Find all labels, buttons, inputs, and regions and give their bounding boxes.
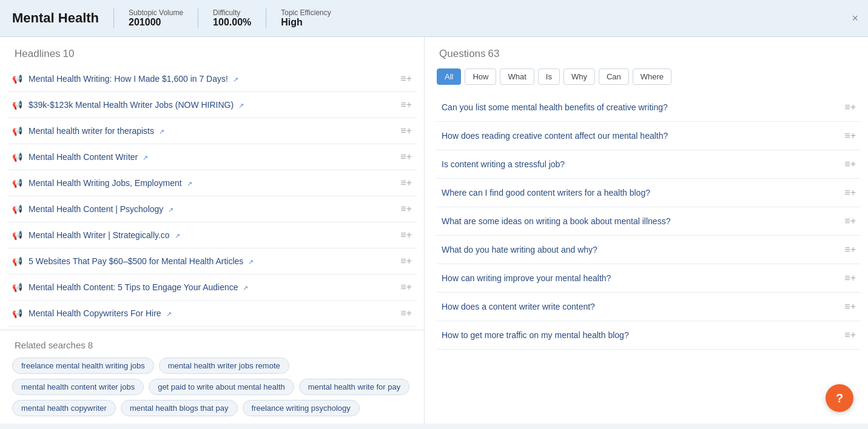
question-item[interactable]: Can you list some mental health benefits… — [437, 93, 861, 122]
question-item[interactable]: How does reading creative content affect… — [437, 122, 861, 150]
headline-text: Mental health writer for therapists ↗ — [29, 126, 164, 136]
related-searches-section: Related searches8 freelance mental healt… — [0, 330, 424, 424]
list-options-icon[interactable]: ≡+ — [400, 73, 412, 84]
related-search-tag[interactable]: mental health blogs that pay — [121, 400, 238, 416]
megaphone-icon: 📢 — [12, 308, 22, 318]
main-content: Headlines10 📢 Mental Health Writing: How… — [0, 37, 868, 424]
question-item[interactable]: Is content writing a stressful job? ≡+ — [437, 150, 861, 179]
questions-list: Can you list some mental health benefits… — [425, 93, 868, 424]
list-item[interactable]: 📢 Mental health writer for therapists ↗ … — [7, 118, 417, 144]
question-text: How does a content writer write content? — [442, 302, 844, 311]
question-item[interactable]: How does a content writer write content?… — [437, 293, 861, 321]
question-text: How to get more traffic on my mental hea… — [442, 330, 844, 340]
filter-tab-all[interactable]: All — [437, 68, 461, 85]
question-item[interactable]: Where can I find good content writers fo… — [437, 179, 861, 207]
question-options-icon[interactable]: ≡+ — [844, 216, 856, 227]
megaphone-icon: 📢 — [12, 178, 22, 188]
list-item[interactable]: 📢 Mental Health Content | Psychology ↗ ≡… — [7, 196, 417, 222]
close-button[interactable]: × — [852, 12, 858, 25]
related-search-tag[interactable]: mental health write for pay — [299, 379, 409, 395]
list-item[interactable]: 📢 Mental Health Content Writer ↗ ≡+ — [7, 144, 417, 170]
list-options-icon[interactable]: ≡+ — [400, 151, 412, 162]
list-item[interactable]: 📢 Mental Health Writer | Strategically.c… — [7, 222, 417, 248]
list-options-icon[interactable]: ≡+ — [400, 125, 412, 136]
filter-tab-where[interactable]: Where — [633, 68, 671, 85]
question-options-icon[interactable]: ≡+ — [844, 330, 856, 341]
questions-header: Questions63 — [425, 37, 868, 66]
filter-tab-can[interactable]: Can — [599, 68, 629, 85]
filter-tab-how[interactable]: How — [465, 68, 496, 85]
question-item[interactable]: What do you hate writing about and why? … — [437, 236, 861, 264]
difficulty-value: 100.00% — [213, 17, 251, 27]
list-options-icon[interactable]: ≡+ — [400, 99, 412, 110]
question-item[interactable]: What are some ideas on writing a book ab… — [437, 207, 861, 236]
question-options-icon[interactable]: ≡+ — [844, 273, 856, 284]
megaphone-icon: 📢 — [12, 126, 22, 136]
filter-tab-is[interactable]: Is — [538, 68, 560, 85]
question-options-icon[interactable]: ≡+ — [844, 187, 856, 198]
question-options-icon[interactable]: ≡+ — [844, 130, 856, 141]
megaphone-icon: 📢 — [12, 152, 22, 162]
right-panel: Questions63 AllHowWhatIsWhyCanWhere Can … — [425, 37, 868, 424]
external-link-icon: ↗ — [243, 284, 248, 291]
related-search-tag[interactable]: freelance writing psychology — [243, 400, 360, 416]
external-link-icon: ↗ — [175, 232, 180, 239]
list-options-icon[interactable]: ≡+ — [400, 230, 412, 241]
question-text: Can you list some mental health benefits… — [442, 102, 844, 112]
subtopic-volume-value: 201000 — [129, 17, 161, 27]
filter-tabs: AllHowWhatIsWhyCanWhere — [425, 66, 868, 93]
related-search-tag[interactable]: mental health content writer jobs — [12, 379, 144, 395]
headline-text: 5 Websites That Pay $60–$500 for Mental … — [29, 256, 254, 266]
tags-container: freelance mental health writing jobsment… — [12, 358, 412, 416]
headlines-header: Headlines10 — [0, 37, 424, 66]
headlines-list: 📢 Mental Health Writing: How I Made $1,6… — [0, 66, 424, 330]
topic-efficiency-stat: Topic Efficiency High — [266, 8, 345, 28]
question-text: How does reading creative content affect… — [442, 131, 844, 141]
help-button[interactable]: ? — [826, 384, 853, 412]
list-options-icon[interactable]: ≡+ — [400, 282, 412, 293]
question-text: Where can I find good content writers fo… — [442, 188, 844, 198]
list-item[interactable]: 📢 $39k-$123k Mental Health Writer Jobs (… — [7, 92, 417, 118]
related-search-tag[interactable]: mental health writer jobs remote — [159, 358, 289, 374]
filter-tab-why[interactable]: Why — [564, 68, 595, 85]
external-link-icon: ↗ — [166, 310, 172, 318]
question-text: Is content writing a stressful job? — [442, 159, 844, 169]
list-item[interactable]: 📢 Mental Health Writing: How I Made $1,6… — [7, 66, 417, 92]
filter-tab-what[interactable]: What — [500, 68, 534, 85]
difficulty-label: Difficulty — [213, 8, 251, 17]
list-options-icon[interactable]: ≡+ — [400, 256, 412, 267]
list-item[interactable]: 📢 Mental Health Copywriters For Hire ↗ ≡… — [7, 301, 417, 327]
megaphone-icon: 📢 — [12, 230, 22, 240]
related-search-tag[interactable]: mental health copywriter — [12, 400, 116, 416]
megaphone-icon: 📢 — [12, 100, 22, 110]
list-options-icon[interactable]: ≡+ — [400, 178, 412, 188]
question-item[interactable]: How to get more traffic on my mental hea… — [437, 321, 861, 350]
megaphone-icon: 📢 — [12, 282, 22, 292]
headline-text: Mental Health Content: 5 Tips to Engage … — [29, 282, 248, 292]
left-panel: Headlines10 📢 Mental Health Writing: How… — [0, 37, 425, 424]
list-item[interactable]: 📢 Mental Health Writing Jobs, Employment… — [7, 170, 417, 196]
megaphone-icon: 📢 — [12, 74, 22, 84]
question-options-icon[interactable]: ≡+ — [844, 159, 856, 170]
list-item[interactable]: 📢 Mental Health Content: 5 Tips to Engag… — [7, 274, 417, 301]
list-item[interactable]: 📢 5 Websites That Pay $60–$500 for Menta… — [7, 248, 417, 274]
question-options-icon[interactable]: ≡+ — [844, 102, 856, 113]
question-item[interactable]: How can writing improve your mental heal… — [437, 264, 861, 293]
headline-text: Mental Health Writer | Strategically.co … — [29, 230, 180, 240]
question-options-icon[interactable]: ≡+ — [844, 301, 856, 312]
external-link-icon: ↗ — [248, 258, 254, 265]
headline-text: Mental Health Copywriters For Hire ↗ — [29, 308, 172, 318]
related-search-tag[interactable]: get paid to write about mental health — [149, 379, 294, 395]
question-text: What do you hate writing about and why? — [442, 245, 844, 254]
question-options-icon[interactable]: ≡+ — [844, 244, 856, 255]
headline-text: Mental Health Content | Psychology ↗ — [29, 204, 173, 214]
topic-efficiency-value: High — [281, 17, 303, 27]
megaphone-icon: 📢 — [12, 256, 22, 266]
related-search-tag[interactable]: freelance mental health writing jobs — [12, 358, 154, 374]
list-options-icon[interactable]: ≡+ — [400, 204, 412, 215]
subtopic-volume-label: Subtopic Volume — [129, 8, 183, 17]
list-options-icon[interactable]: ≡+ — [400, 308, 412, 319]
external-link-icon: ↗ — [233, 76, 238, 83]
question-text: How can writing improve your mental heal… — [442, 273, 844, 283]
headline-text: $39k-$123k Mental Health Writer Jobs (NO… — [29, 100, 244, 110]
